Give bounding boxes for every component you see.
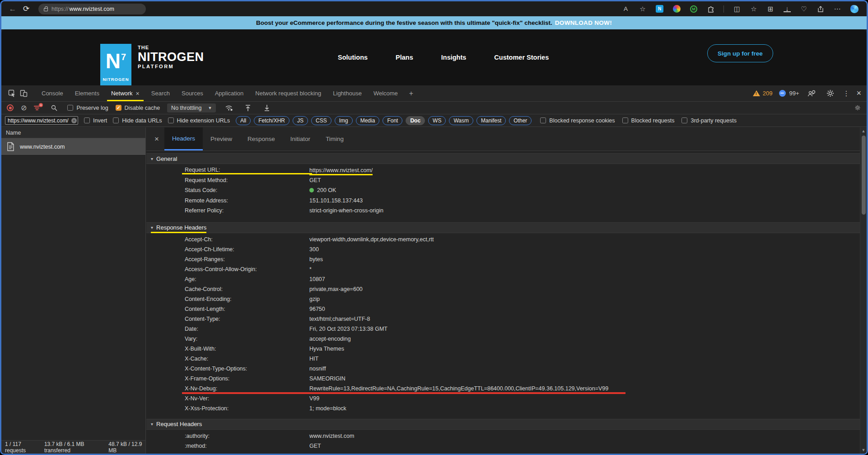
request-type-chip[interactable]: Wasm [449,116,473,125]
status-dot-icon [309,188,314,192]
export-har-icon[interactable] [261,104,273,112]
filter-checkbox[interactable]: Blocked requests [622,117,675,124]
request-headers-section-header[interactable]: ▾Request Headers [146,419,860,430]
devtools-tab[interactable]: Sources × [176,85,209,101]
detail-tab[interactable]: Initiator [283,127,318,150]
header-row: Cache-Control: private,max-age=600 [146,284,860,294]
tab-close-icon[interactable]: × [136,90,140,97]
filter-icon[interactable]: × [34,105,41,111]
read-aloud-icon[interactable]: A [622,5,630,12]
detail-tab[interactable]: Preview [203,127,240,150]
issues-icon[interactable] [779,90,786,97]
devtools-tab[interactable]: Network × [105,85,145,101]
header-value: SAMEORIGIN [309,375,345,382]
requests-list: www.nviztest.com [1,138,145,155]
detail-tab[interactable]: Response [240,127,283,150]
site-logo[interactable]: N7 NITROGEN [100,44,131,85]
refresh-icon[interactable]: ⟳ [19,4,33,14]
request-type-chip[interactable]: Fetch/XHR [254,116,289,125]
address-bar[interactable]: https:// www.nviztest.com [38,4,146,14]
feedback-icon[interactable] [806,90,817,97]
extension-m-icon[interactable]: M [690,5,697,13]
scroll-up-icon[interactable]: ▲ [860,129,867,133]
request-type-chip[interactable]: Manifest [476,116,506,125]
scroll-down-icon[interactable]: ▼ [860,448,867,452]
record-button[interactable] [7,104,14,111]
device-toolbar-icon[interactable] [18,89,29,97]
request-type-chip[interactable]: CSS [311,116,331,125]
extension-colorwheel-icon[interactable] [673,5,681,13]
devtools-tab[interactable]: Console × [36,85,69,101]
throttling-select[interactable]: No throttling ▼ [167,103,216,113]
browser-essentials-icon[interactable]: ♡ [800,5,807,13]
nav-item[interactable]: Insights [441,54,467,61]
issues-count[interactable]: 99+ [789,90,799,97]
settings-menu-icon[interactable]: ⋯ [834,5,841,13]
detail-tab[interactable]: Timing [318,127,351,150]
devtools-tab-label: Network request blocking [255,90,321,97]
favorite-star-icon[interactable]: ☆ [639,5,646,13]
scrollbar[interactable]: ▲ ▼ [860,127,867,454]
network-settings-icon[interactable] [855,104,867,112]
signup-button[interactable]: Sign up for free [707,44,773,62]
favorites-bar-icon[interactable]: ☆ [750,5,757,13]
banner-download-link[interactable]: DOWNLOAD NOW! [555,19,612,26]
response-headers-section-header[interactable]: ▾Response Headers [146,222,860,233]
preserve-log-checkbox[interactable]: Preserve log [67,105,108,111]
scrollbar-thumb[interactable] [862,136,866,215]
import-har-icon[interactable] [242,104,254,112]
extensions-puzzle-icon[interactable] [707,5,714,13]
devtools-tab[interactable]: Welcome × [368,85,404,101]
request-type-chip[interactable]: JS [293,116,308,125]
request-type-chip[interactable]: Font [383,116,402,125]
devtools-tab[interactable]: Search × [145,85,176,101]
name-column-header[interactable]: Name [1,127,145,138]
filter-input[interactable] [5,116,78,125]
header-row: :authority: www.nviztest.com [146,431,860,441]
filter-checkbox[interactable]: Blocked response cookies [540,117,615,124]
inspect-element-icon[interactable] [6,89,18,97]
nav-item[interactable]: Solutions [338,54,368,61]
clear-icon[interactable]: ⊘ [21,104,27,112]
request-type-chip[interactable]: WS [428,116,446,125]
warning-count[interactable]: 209 [763,90,773,97]
request-type-chip[interactable]: All [236,116,251,125]
devtools-menu-icon[interactable]: ⋮ [843,89,849,98]
filter-checkbox[interactable]: 3rd-party requests [681,117,736,124]
more-tabs-button[interactable]: + [404,89,419,98]
network-conditions-icon[interactable] [223,104,235,111]
nav-item[interactable]: Customer Stories [494,54,549,61]
back-icon[interactable]: ← [6,5,19,14]
copilot-icon[interactable] [850,5,859,13]
general-rows: Request URL: https://www.nviztest.com/ R… [146,165,860,216]
close-detail-icon[interactable]: × [149,135,164,144]
nav-item[interactable]: Plans [396,54,413,61]
request-type-chip[interactable]: Doc [406,116,425,125]
request-type-chip[interactable]: Img [335,116,353,125]
filter-checkbox[interactable]: Hide data URLs [113,117,162,124]
filter-checkbox[interactable]: Hide extension URLs [168,117,230,124]
filter-checkbox[interactable]: Invert [84,117,107,124]
warning-icon[interactable] [753,90,760,96]
devtools-tab[interactable]: Application × [209,85,250,101]
devtools-close-icon[interactable]: × [856,89,861,98]
request-type-chip[interactable]: Other [509,116,532,125]
devtools-settings-icon[interactable] [824,89,836,97]
disable-cache-checkbox[interactable]: Disable cache [116,105,160,111]
request-type-chip[interactable]: Media [356,116,380,125]
share-icon[interactable] [817,5,824,13]
collections-icon[interactable]: ⊞ [767,5,774,13]
section-title: Response Headers [156,224,206,231]
general-section-header[interactable]: ▾General [146,153,860,164]
split-screen-icon[interactable]: ◫ [733,5,741,13]
extension-n7-icon[interactable]: N [656,5,663,13]
promo-banner[interactable]: Boost your eCommerce performance during … [1,16,867,29]
clear-filter-icon[interactable]: × [71,118,77,123]
search-icon[interactable] [48,104,60,112]
devtools-tab[interactable]: Network request blocking × [249,85,327,101]
devtools-tab[interactable]: Lighthouse × [327,85,368,101]
devtools-tab[interactable]: Elements × [69,85,105,101]
downloads-icon[interactable]: ↓ [784,5,791,12]
request-row[interactable]: www.nviztest.com [1,138,145,155]
detail-tab[interactable]: Headers [164,127,203,150]
